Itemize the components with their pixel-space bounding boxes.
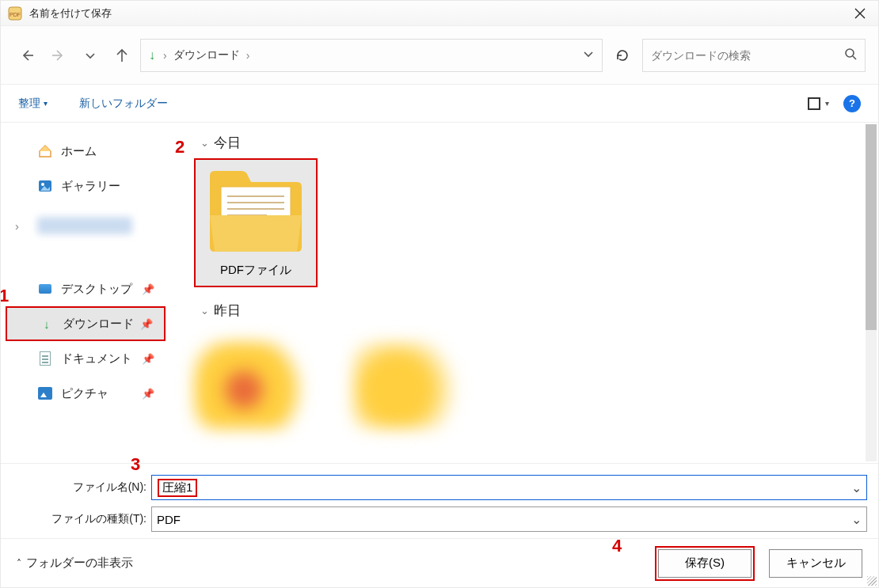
download-icon: ↓	[39, 317, 55, 331]
app-icon: PDF	[7, 6, 23, 21]
sidebar-item-label: ピクチャ	[61, 386, 108, 401]
redacted-label	[37, 217, 132, 234]
breadcrumb-current[interactable]: ダウンロード	[173, 48, 240, 63]
toolbar: 整理 ▾ 新しいフォルダー ▾ ?	[1, 85, 878, 123]
home-icon	[38, 145, 52, 157]
search-input[interactable]	[651, 49, 844, 62]
group-header-yesterday[interactable]: ⌄ 昨日	[200, 302, 869, 320]
group-header-today[interactable]: ⌄ 今日	[200, 134, 869, 152]
cancel-button[interactable]: キャンセル	[769, 549, 862, 578]
document-icon	[40, 351, 51, 366]
filetype-label: ファイルの種類(T):	[12, 512, 146, 526]
filename-input[interactable]: 圧縮1 ⌄	[151, 475, 867, 500]
arrow-up-icon	[115, 48, 129, 63]
pin-icon: 📌	[140, 318, 153, 330]
pin-icon: 📌	[142, 353, 154, 365]
chevron-up-icon: ˄	[17, 558, 21, 569]
sidebar-item-gallery[interactable]: ギャラリー	[6, 169, 166, 203]
save-button[interactable]: 保存(S)	[658, 549, 752, 578]
svg-point-2	[846, 49, 854, 57]
filename-dropdown[interactable]: ⌄	[846, 480, 866, 495]
sidebar-item-cloud[interactable]	[6, 208, 166, 243]
organize-menu[interactable]: 整理 ▾	[18, 97, 48, 111]
sidebar-item-desktop[interactable]: デスクトップ 📌	[6, 271, 166, 306]
folder-item-blurred[interactable]	[194, 342, 330, 445]
view-mode-button[interactable]: ▾	[808, 97, 829, 110]
window-title: 名前を付けて保存	[29, 6, 112, 21]
close-icon	[854, 8, 866, 19]
nav-back-button[interactable]	[13, 42, 40, 69]
sidebar-item-label: ダウンロード	[63, 317, 134, 332]
pin-icon: 📌	[142, 283, 154, 295]
sidebar-item-home[interactable]: ホーム	[6, 134, 166, 169]
sidebar-item-label: ホーム	[61, 144, 97, 159]
chevron-down-icon: ⌄	[200, 137, 209, 149]
nav-row: ↓ › ダウンロード ›	[1, 26, 878, 85]
folder-open-icon	[204, 165, 308, 258]
scrollbar-thumb[interactable]	[866, 124, 877, 330]
breadcrumb-separator: ›	[163, 49, 167, 62]
refresh-icon	[615, 48, 630, 63]
file-fields: 3 ファイル名(N): 圧縮1 ⌄ ファイルの種類(T): PDF ⌄	[1, 463, 878, 538]
pictures-icon	[38, 387, 52, 400]
titlebar: PDF 名前を付けて保存	[1, 1, 878, 26]
filename-value: 圧縮1	[158, 479, 197, 497]
sidebar-item-documents[interactable]: ドキュメント 📌	[6, 341, 166, 376]
filename-label: ファイル名(N):	[12, 480, 146, 495]
footer: ˄ フォルダーの非表示 4 保存(S) キャンセル	[1, 538, 878, 587]
filetype-select[interactable]: PDF ⌄	[151, 506, 867, 532]
nav-forward-button[interactable]	[45, 42, 72, 69]
breadcrumb: › ダウンロード ›	[163, 48, 575, 63]
sidebar: ホーム ギャラリー 1 デスクトップ 📌 ↓ ダウンロード 📌	[1, 123, 169, 463]
annotation-4: 4	[612, 536, 622, 556]
save-as-dialog: PDF 名前を付けて保存 ↓ › ダウンロード › 整理	[0, 0, 879, 588]
chevron-down-icon	[85, 50, 96, 61]
breadcrumb-separator: ›	[246, 49, 250, 62]
nav-recent-button[interactable]	[77, 42, 104, 69]
sidebar-item-label: ドキュメント	[61, 351, 132, 366]
main-area: ホーム ギャラリー 1 デスクトップ 📌 ↓ ダウンロード 📌	[1, 123, 878, 463]
chevron-down-icon	[583, 48, 594, 59]
file-list-area[interactable]: 2 ⌄ 今日 PDFファイル ⌄ 昨日	[169, 123, 878, 463]
filetype-dropdown[interactable]: ⌄	[846, 512, 866, 527]
svg-point-4	[41, 183, 44, 186]
filetype-value: PDF	[157, 513, 181, 526]
nav-up-button[interactable]	[108, 42, 135, 69]
search-icon	[844, 47, 857, 63]
arrow-left-icon	[20, 48, 34, 63]
help-button[interactable]: ?	[843, 95, 861, 112]
filetype-row: ファイルの種類(T): PDF ⌄	[12, 506, 867, 532]
sidebar-item-label: デスクトップ	[61, 282, 132, 297]
folder-label: PDFファイル	[220, 263, 291, 278]
folder-item-blurred[interactable]	[352, 342, 489, 445]
desktop-icon	[39, 284, 51, 294]
sidebar-item-pictures[interactable]: ピクチャ 📌	[6, 376, 166, 411]
folder-item-selected[interactable]: PDFファイル	[194, 158, 318, 287]
gallery-icon	[38, 180, 52, 192]
resize-grip[interactable]	[867, 576, 877, 586]
svg-text:PDF: PDF	[10, 12, 21, 17]
arrow-right-icon	[51, 48, 66, 63]
view-mode-icon	[808, 97, 820, 110]
chevron-down-icon: ⌄	[200, 305, 209, 317]
annotation-2: 2	[175, 137, 185, 157]
search-box[interactable]	[642, 39, 866, 72]
filename-row: ファイル名(N): 圧縮1 ⌄	[12, 475, 867, 500]
new-folder-button[interactable]: 新しいフォルダー	[79, 97, 168, 111]
hide-folders-button[interactable]: ˄ フォルダーの非表示	[17, 556, 133, 571]
annotation-3: 3	[131, 454, 140, 475]
sidebar-item-downloads[interactable]: ↓ ダウンロード 📌	[6, 306, 166, 341]
refresh-button[interactable]	[607, 40, 637, 70]
download-icon: ↓	[149, 48, 155, 63]
address-bar[interactable]: ↓ › ダウンロード ›	[140, 39, 603, 72]
close-button[interactable]	[842, 1, 878, 26]
pin-icon: 📌	[142, 388, 154, 400]
address-expand[interactable]	[583, 48, 594, 63]
sidebar-item-label: ギャラリー	[61, 179, 120, 194]
